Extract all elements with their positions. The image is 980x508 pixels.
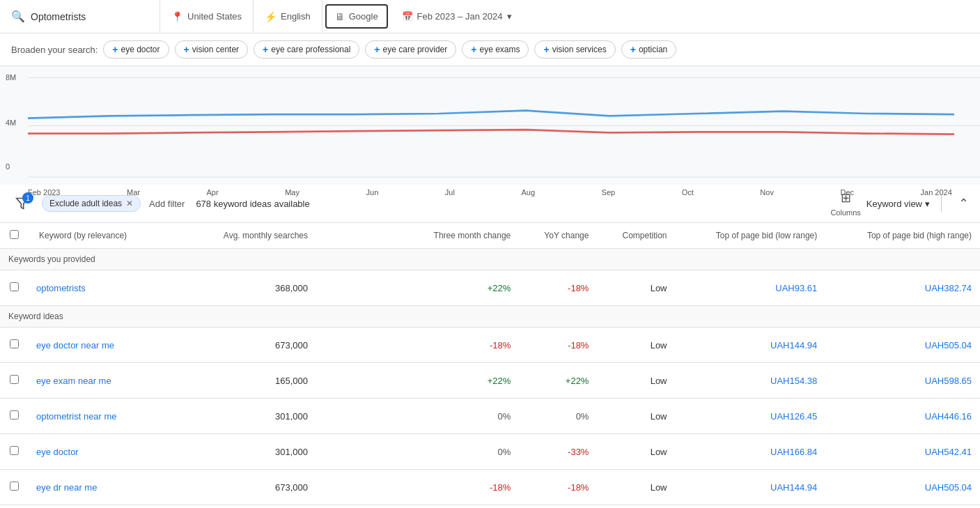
filter-button[interactable]: 1	[11, 192, 33, 215]
language-icon: ⚡	[265, 11, 277, 22]
row-checkbox[interactable]	[10, 375, 19, 384]
sparkline-cell	[316, 434, 400, 470]
search-box[interactable]: 🔍 Optometrists	[0, 0, 160, 33]
broaden-chip-vision-services[interactable]: + vision services	[534, 40, 615, 59]
row-checkbox[interactable]	[10, 282, 19, 291]
table-row: optometrist near me 301,000 0% 0% Low UA…	[0, 399, 980, 434]
three-month-cell: -18%	[400, 328, 520, 363]
divider	[941, 195, 942, 212]
competition-cell: Low	[597, 363, 675, 399]
location-filter[interactable]: 📍 United States	[160, 0, 254, 33]
bid-high-cell: UAH542.41	[825, 434, 980, 470]
keyword-link[interactable]: optometrists	[36, 283, 86, 293]
bid-high-cell: UAH505.04	[825, 470, 980, 505]
trend-chart: 8M 4M 0 Feb 2023 Mar Apr May Jun Jul Aug…	[0, 66, 980, 185]
avg-searches-cell: 301,000	[187, 434, 316, 470]
row-checkbox[interactable]	[10, 446, 19, 455]
sparkline-header	[316, 223, 400, 249]
competition-cell: Low	[597, 434, 675, 470]
filter-badge: 1	[22, 192, 33, 203]
bid-low-cell: UAH144.94	[676, 328, 826, 363]
broaden-chip-optician[interactable]: + optician	[621, 40, 677, 59]
sparkline-cell	[316, 363, 400, 399]
avg-searches-header: Avg. monthly searches	[187, 223, 316, 249]
add-filter-button[interactable]: Add filter	[149, 199, 185, 209]
competition-cell: Low	[597, 399, 675, 434]
select-all-header[interactable]	[0, 223, 28, 249]
keyword-link[interactable]: eye doctor near me	[36, 340, 114, 351]
keyword-cell: optometrist near me	[28, 399, 187, 434]
language-filter[interactable]: ⚡ English	[254, 0, 322, 33]
y-label-4m: 4M	[6, 118, 16, 127]
row-checkbox-cell[interactable]	[0, 363, 28, 399]
row-checkbox-cell[interactable]	[0, 434, 28, 470]
broaden-chip-vision-center[interactable]: + vision center	[175, 40, 249, 59]
table-header-row: Keyword (by relevance) Avg. monthly sear…	[0, 223, 980, 249]
section-ideas-header: Keyword ideas	[0, 306, 980, 328]
row-checkbox-cell[interactable]	[0, 399, 28, 434]
bid-low-cell: UAH154.38	[676, 363, 826, 399]
three-month-cell: 0%	[400, 434, 520, 470]
keyword-cell: eye exam near me	[28, 363, 187, 399]
row-checkbox-cell[interactable]	[0, 270, 28, 306]
platform-label: Google	[349, 11, 378, 22]
yoy-cell: -18%	[519, 470, 597, 505]
keyword-link[interactable]: optometrist near me	[36, 411, 117, 422]
avg-searches-cell: 301,000	[187, 399, 316, 434]
keyword-cell: optometrists	[28, 270, 187, 306]
plus-icon: +	[184, 44, 189, 55]
platform-icon: 🖥	[335, 11, 345, 22]
keyword-view-button[interactable]: Keyword view ▾	[866, 199, 930, 209]
bid-high-cell: UAH505.04	[825, 328, 980, 363]
keyword-link[interactable]: eye dr near me	[36, 482, 97, 493]
row-checkbox[interactable]	[10, 410, 19, 420]
row-checkbox-cell[interactable]	[0, 328, 28, 363]
broaden-label: Broaden your search:	[11, 45, 98, 55]
avg-searches-cell: 673,000	[187, 328, 316, 363]
row-checkbox[interactable]	[10, 339, 19, 348]
competition-header: Competition	[597, 223, 675, 249]
broaden-chip-eye-doctor[interactable]: + eye doctor	[103, 40, 169, 59]
search-icon: 🔍	[11, 10, 25, 23]
keyword-link[interactable]: eye exam near me	[36, 376, 111, 386]
yoy-cell: 0%	[519, 399, 597, 434]
plus-icon: +	[112, 44, 118, 55]
yoy-header: YoY change	[519, 223, 597, 249]
x-axis-labels: Feb 2023 Mar Apr May Jun Jul Aug Sep Oct…	[0, 187, 980, 197]
exclude-chip[interactable]: Exclude adult ideas ✕	[42, 195, 141, 212]
keyword-cell: eye doctor	[28, 434, 187, 470]
sparkline-cell	[316, 328, 400, 363]
bid-high-cell: UAH382.74	[825, 270, 980, 306]
keyword-link[interactable]: eye doctor	[36, 447, 79, 457]
bid-low-cell: UAH144.94	[676, 470, 826, 505]
broaden-bar: Broaden your search: + eye doctor + visi…	[0, 33, 980, 66]
location-icon: 📍	[171, 11, 183, 22]
row-checkbox-cell[interactable]	[0, 470, 28, 505]
keywords-table: Keyword (by relevance) Avg. monthly sear…	[0, 223, 980, 505]
bid-low-cell: UAH166.84	[676, 434, 826, 470]
date-range-filter[interactable]: 📅 Feb 2023 – Jan 2024 ▾	[391, 0, 523, 33]
three-month-cell: +22%	[400, 363, 520, 399]
row-checkbox[interactable]	[10, 482, 19, 491]
platform-filter[interactable]: 🖥 Google	[325, 4, 388, 29]
table-row: eye dr near me 673,000 -18% -18% Low UAH…	[0, 470, 980, 505]
avg-searches-cell: 368,000	[187, 270, 316, 306]
yoy-cell: -18%	[519, 328, 597, 363]
sparkline-cell	[316, 270, 400, 306]
close-icon[interactable]: ✕	[126, 199, 133, 208]
competition-cell: Low	[597, 328, 675, 363]
keyword-header: Keyword (by relevance)	[28, 223, 187, 249]
yoy-cell: +22%	[519, 363, 597, 399]
table-row: eye doctor 301,000 0% -33% Low UAH166.84…	[0, 434, 980, 470]
broaden-chip-eye-care-provider[interactable]: + eye care provider	[365, 40, 456, 59]
collapse-button[interactable]: ⌃	[958, 196, 969, 211]
broaden-chip-eye-exams[interactable]: + eye exams	[462, 40, 529, 59]
broaden-chip-eye-care-professional[interactable]: + eye care professional	[254, 40, 359, 59]
sparkline-cell	[316, 399, 400, 434]
y-label-8m: 8M	[6, 73, 16, 82]
select-all-checkbox[interactable]	[10, 230, 19, 239]
plus-icon: +	[263, 44, 268, 55]
avg-searches-cell: 165,000	[187, 363, 316, 399]
yoy-cell: -33%	[519, 434, 597, 470]
plus-icon: +	[630, 44, 636, 55]
